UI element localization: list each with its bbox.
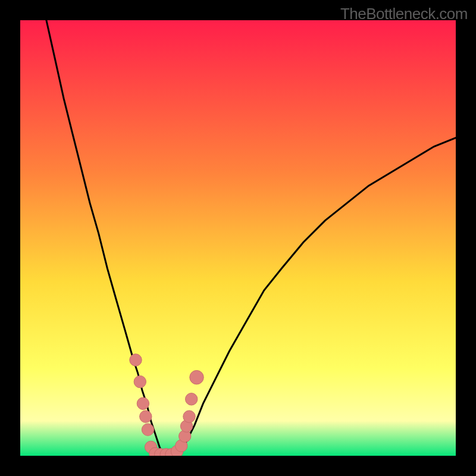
data-marker bbox=[137, 397, 149, 409]
data-marker bbox=[190, 371, 203, 384]
data-marker bbox=[142, 424, 154, 436]
data-marker bbox=[134, 375, 146, 387]
gradient-background bbox=[20, 20, 456, 456]
data-marker bbox=[140, 411, 152, 422]
outer-frame: TheBottleneck.com bbox=[0, 0, 476, 476]
bottleneck-chart bbox=[20, 20, 456, 456]
attribution-text: TheBottleneck.com bbox=[340, 5, 468, 23]
data-marker bbox=[130, 354, 142, 366]
data-marker bbox=[183, 411, 195, 422]
data-marker bbox=[186, 393, 198, 405]
plot-area bbox=[20, 20, 456, 456]
